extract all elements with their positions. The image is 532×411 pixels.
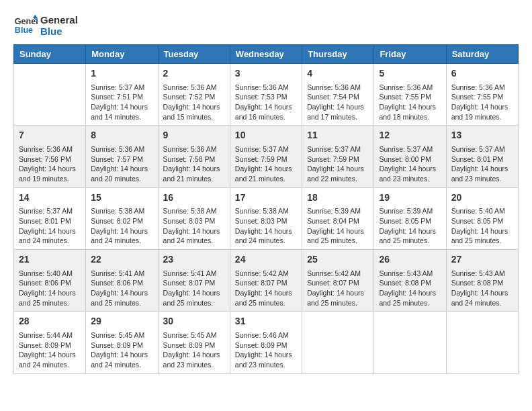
calendar-cell: 10Sunrise: 5:37 AM Sunset: 7:59 PM Dayli… (230, 126, 302, 187)
calendar-cell: 12Sunrise: 5:37 AM Sunset: 8:00 PM Dayli… (374, 126, 446, 187)
logo: General Blue General Blue (13, 13, 78, 38)
day-info: Sunrise: 5:38 AM Sunset: 8:03 PM Dayligh… (235, 206, 297, 246)
day-info: Sunrise: 5:40 AM Sunset: 8:05 PM Dayligh… (451, 206, 513, 246)
day-info: Sunrise: 5:41 AM Sunset: 8:07 PM Dayligh… (163, 269, 225, 308)
day-info: Sunrise: 5:38 AM Sunset: 8:02 PM Dayligh… (91, 206, 152, 246)
day-number: 23 (163, 253, 225, 267)
header-day-saturday: Saturday (446, 45, 518, 64)
calendar-week-3: 14Sunrise: 5:37 AM Sunset: 8:01 PM Dayli… (14, 187, 519, 249)
calendar-week-1: 1Sunrise: 5:37 AM Sunset: 7:51 PM Daylig… (14, 64, 519, 126)
calendar-cell: 11Sunrise: 5:37 AM Sunset: 7:59 PM Dayli… (302, 126, 374, 187)
header-row: SundayMondayTuesdayWednesdayThursdayFrid… (14, 45, 519, 64)
header-day-sunday: Sunday (14, 45, 86, 64)
day-info: Sunrise: 5:40 AM Sunset: 8:06 PM Dayligh… (19, 269, 81, 308)
day-info: Sunrise: 5:43 AM Sunset: 8:08 PM Dayligh… (451, 269, 513, 308)
calendar-cell: 7Sunrise: 5:36 AM Sunset: 7:56 PM Daylig… (14, 126, 86, 187)
calendar-cell: 18Sunrise: 5:39 AM Sunset: 8:04 PM Dayli… (302, 187, 374, 249)
day-info: Sunrise: 5:37 AM Sunset: 7:59 PM Dayligh… (235, 144, 297, 184)
day-number: 12 (379, 129, 441, 142)
day-number: 5 (379, 67, 441, 81)
day-info: Sunrise: 5:46 AM Sunset: 8:09 PM Dayligh… (235, 330, 297, 370)
day-info: Sunrise: 5:36 AM Sunset: 7:53 PM Dayligh… (235, 83, 297, 122)
day-number: 2 (163, 67, 225, 81)
day-number: 26 (379, 253, 441, 267)
calendar-cell: 14Sunrise: 5:37 AM Sunset: 8:01 PM Dayli… (14, 187, 86, 249)
day-number: 9 (163, 129, 225, 142)
day-info: Sunrise: 5:42 AM Sunset: 8:07 PM Dayligh… (235, 269, 297, 308)
calendar-cell: 23Sunrise: 5:41 AM Sunset: 8:07 PM Dayli… (158, 250, 230, 312)
calendar-cell (14, 64, 86, 126)
day-info: Sunrise: 5:39 AM Sunset: 8:05 PM Dayligh… (379, 206, 441, 246)
day-number: 17 (235, 191, 297, 205)
day-info: Sunrise: 5:44 AM Sunset: 8:09 PM Dayligh… (19, 330, 81, 370)
calendar-cell: 15Sunrise: 5:38 AM Sunset: 8:02 PM Dayli… (86, 187, 158, 249)
header-day-thursday: Thursday (302, 45, 374, 64)
day-number: 6 (451, 67, 513, 81)
calendar-week-4: 21Sunrise: 5:40 AM Sunset: 8:06 PM Dayli… (14, 250, 519, 312)
page-header: General Blue General Blue (13, 13, 519, 38)
calendar-cell: 22Sunrise: 5:41 AM Sunset: 8:06 PM Dayli… (86, 250, 158, 312)
day-info: Sunrise: 5:39 AM Sunset: 8:04 PM Dayligh… (307, 206, 369, 246)
calendar-cell: 9Sunrise: 5:36 AM Sunset: 7:58 PM Daylig… (158, 126, 230, 187)
day-info: Sunrise: 5:42 AM Sunset: 8:07 PM Dayligh… (307, 269, 369, 308)
calendar-cell: 24Sunrise: 5:42 AM Sunset: 8:07 PM Dayli… (230, 250, 302, 312)
day-info: Sunrise: 5:38 AM Sunset: 8:03 PM Dayligh… (163, 206, 225, 246)
calendar-cell: 28Sunrise: 5:44 AM Sunset: 8:09 PM Dayli… (14, 312, 86, 373)
day-number: 7 (19, 129, 81, 142)
day-info: Sunrise: 5:37 AM Sunset: 7:51 PM Dayligh… (91, 83, 152, 122)
day-info: Sunrise: 5:45 AM Sunset: 8:09 PM Dayligh… (91, 330, 152, 370)
svg-text:Blue: Blue (15, 26, 33, 35)
calendar-cell: 19Sunrise: 5:39 AM Sunset: 8:05 PM Dayli… (374, 187, 446, 249)
calendar-cell: 2Sunrise: 5:36 AM Sunset: 7:52 PM Daylig… (158, 64, 230, 126)
calendar-table: SundayMondayTuesdayWednesdayThursdayFrid… (13, 44, 519, 374)
day-number: 13 (451, 129, 513, 142)
day-number: 22 (91, 253, 152, 267)
day-info: Sunrise: 5:37 AM Sunset: 8:01 PM Dayligh… (19, 206, 81, 246)
header-day-tuesday: Tuesday (158, 45, 230, 64)
calendar-cell: 3Sunrise: 5:36 AM Sunset: 7:53 PM Daylig… (230, 64, 302, 126)
day-number: 20 (451, 191, 513, 205)
day-info: Sunrise: 5:36 AM Sunset: 7:56 PM Dayligh… (19, 144, 81, 184)
day-number: 16 (163, 191, 225, 205)
calendar-cell: 21Sunrise: 5:40 AM Sunset: 8:06 PM Dayli… (14, 250, 86, 312)
day-number: 11 (307, 129, 369, 142)
calendar-week-2: 7Sunrise: 5:36 AM Sunset: 7:56 PM Daylig… (14, 126, 519, 187)
day-number: 3 (235, 67, 297, 81)
day-info: Sunrise: 5:36 AM Sunset: 7:52 PM Dayligh… (163, 83, 225, 122)
header-day-wednesday: Wednesday (230, 45, 302, 64)
calendar-cell (446, 312, 518, 373)
calendar-cell (302, 312, 374, 373)
day-number: 15 (91, 191, 152, 205)
calendar-week-5: 28Sunrise: 5:44 AM Sunset: 8:09 PM Dayli… (14, 312, 519, 373)
day-number: 10 (235, 129, 297, 142)
calendar-cell: 8Sunrise: 5:36 AM Sunset: 7:57 PM Daylig… (86, 126, 158, 187)
day-info: Sunrise: 5:41 AM Sunset: 8:06 PM Dayligh… (91, 269, 152, 308)
calendar-cell: 26Sunrise: 5:43 AM Sunset: 8:08 PM Dayli… (374, 250, 446, 312)
calendar-cell: 30Sunrise: 5:45 AM Sunset: 8:09 PM Dayli… (158, 312, 230, 373)
calendar-cell: 25Sunrise: 5:42 AM Sunset: 8:07 PM Dayli… (302, 250, 374, 312)
day-number: 28 (19, 315, 81, 328)
calendar-cell: 31Sunrise: 5:46 AM Sunset: 8:09 PM Dayli… (230, 312, 302, 373)
calendar-cell: 5Sunrise: 5:36 AM Sunset: 7:55 PM Daylig… (374, 64, 446, 126)
day-info: Sunrise: 5:43 AM Sunset: 8:08 PM Dayligh… (379, 269, 441, 308)
day-info: Sunrise: 5:37 AM Sunset: 8:00 PM Dayligh… (379, 144, 441, 184)
day-number: 29 (91, 315, 152, 328)
calendar-cell: 17Sunrise: 5:38 AM Sunset: 8:03 PM Dayli… (230, 187, 302, 249)
day-info: Sunrise: 5:45 AM Sunset: 8:09 PM Dayligh… (163, 330, 225, 370)
day-number: 25 (307, 253, 369, 267)
day-info: Sunrise: 5:36 AM Sunset: 7:55 PM Dayligh… (379, 83, 441, 122)
calendar-cell: 20Sunrise: 5:40 AM Sunset: 8:05 PM Dayli… (446, 187, 518, 249)
day-number: 18 (307, 191, 369, 205)
calendar-header: SundayMondayTuesdayWednesdayThursdayFrid… (14, 45, 519, 64)
calendar-cell: 1Sunrise: 5:37 AM Sunset: 7:51 PM Daylig… (86, 64, 158, 126)
logo-icon: General Blue (13, 13, 38, 38)
day-number: 14 (19, 191, 81, 205)
calendar-cell: 27Sunrise: 5:43 AM Sunset: 8:08 PM Dayli… (446, 250, 518, 312)
day-number: 27 (451, 253, 513, 267)
calendar-body: 1Sunrise: 5:37 AM Sunset: 7:51 PM Daylig… (14, 64, 519, 374)
header-day-friday: Friday (374, 45, 446, 64)
day-info: Sunrise: 5:36 AM Sunset: 7:55 PM Dayligh… (451, 83, 513, 122)
day-number: 1 (91, 67, 152, 81)
day-info: Sunrise: 5:36 AM Sunset: 7:57 PM Dayligh… (91, 144, 152, 184)
day-number: 31 (235, 315, 297, 328)
